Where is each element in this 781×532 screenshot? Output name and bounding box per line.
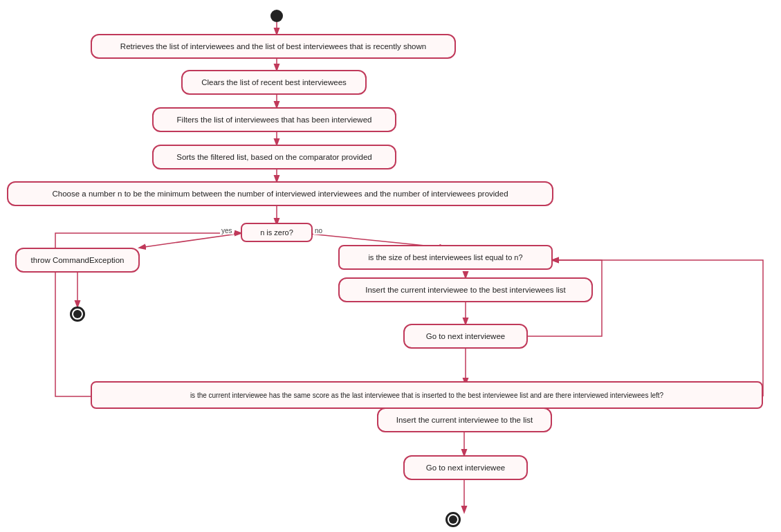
start-node — [270, 10, 283, 22]
node-sort: Sorts the filtered list, based on the co… — [152, 145, 396, 169]
node-filter: Filters the list of interviewees that ha… — [152, 107, 396, 132]
label-no: no — [313, 227, 324, 235]
label-yes: yes — [220, 227, 234, 235]
node-insert-best: Insert the current interviewee to the be… — [338, 277, 593, 302]
svg-line-6 — [140, 233, 242, 248]
node-clear: Clears the list of recent best interview… — [181, 70, 367, 95]
node-go-next-2-label: Go to next interviewee — [426, 464, 505, 472]
end-node-1 — [70, 306, 85, 322]
node-go-next-2: Go to next interviewee — [403, 455, 528, 480]
diamond-n-zero: n is zero? — [241, 223, 313, 242]
node-insert-list: Insert the current interviewee to the li… — [377, 407, 552, 432]
node-go-next-1: Go to next interviewee — [403, 324, 528, 349]
diagram: Retrieves the list of interviewees and t… — [0, 0, 781, 532]
end-node-2 — [445, 512, 461, 527]
diamond-same-score: is the current interviewee has the same … — [91, 381, 763, 409]
node-retrieve: Retrieves the list of interviewees and t… — [91, 34, 456, 59]
node-throw: throw CommandException — [15, 248, 140, 273]
diamond-size-check: is the size of best interviewees list eq… — [338, 245, 553, 270]
node-choose: Choose a number n to be the minimum betw… — [7, 181, 553, 206]
